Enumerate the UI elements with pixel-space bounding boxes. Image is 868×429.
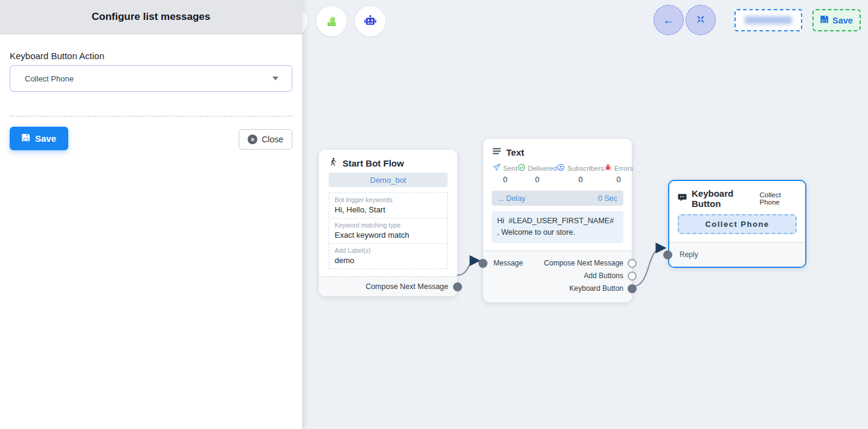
arrow-left-icon: ← xyxy=(663,14,675,26)
panel-actions: Save × Close xyxy=(10,127,292,150)
text-node-footer: Message Compose Next Message Add Buttons… xyxy=(483,250,632,302)
output-port-compose-next-message-2[interactable] xyxy=(628,259,637,268)
delay-bar[interactable]: ... Delay 0 Sec xyxy=(492,191,623,206)
field-trigger-keywords: Bot trigger keywords Hi, Hello, Start xyxy=(329,193,447,218)
field-add-labels: Add Label(s) demo xyxy=(329,243,447,269)
bot-tool-button[interactable] xyxy=(355,5,386,37)
output-row-compose-next-message: Compose Next Message xyxy=(483,257,632,270)
save-icon-sidebar xyxy=(22,133,30,144)
stat-errors: Errors 0 xyxy=(604,164,633,184)
keyboard-node-header: Keyboard Button Collect Phone xyxy=(669,181,805,209)
redacted-button[interactable] xyxy=(735,9,802,31)
text-node-stats: Sent 0 Delivered 0 xyxy=(483,164,632,184)
bot-name-pill[interactable]: Demo_bot xyxy=(329,173,448,187)
close-button[interactable]: × Close xyxy=(239,129,292,150)
send-icon xyxy=(493,164,501,173)
config-panel-header: Configure list messages xyxy=(0,0,302,34)
field-matching-type: Keyword matching type Exact keyword matc… xyxy=(329,218,447,243)
stack-icon xyxy=(325,14,338,29)
wire-start-to-text xyxy=(457,261,477,275)
message-text[interactable]: Hi #LEAD_USER_FIRST_NAME# , Welcome to o… xyxy=(492,211,623,243)
config-panel: Configure list messages Keyboard Button … xyxy=(0,0,302,429)
panel-title: Configure list messages xyxy=(92,11,211,23)
keyboard-node-action-badge: Collect Phone xyxy=(760,191,797,206)
stack-tool-button[interactable] xyxy=(316,5,347,37)
bars-icon xyxy=(493,147,501,157)
node-text[interactable]: Text Sent 0 xyxy=(483,139,632,302)
node-keyboard-button[interactable]: Keyboard Button Collect Phone Collect Ph… xyxy=(668,180,806,268)
text-node-header: Text xyxy=(483,139,632,157)
fit-view-button[interactable] xyxy=(686,5,716,35)
output-row-keyboard-button: Keyboard Button xyxy=(483,282,632,295)
wire-text-to-keyboard xyxy=(632,248,663,287)
redacted-label xyxy=(745,16,792,24)
output-port-compose-next-message[interactable] xyxy=(453,282,462,291)
keyboard-action-value: Collect Phone xyxy=(25,74,74,83)
save-button-label: Save xyxy=(35,133,56,144)
start-node-header: Start Bot Flow xyxy=(319,150,457,169)
output-port-keyboard-button[interactable] xyxy=(628,284,637,293)
config-panel-body: Keyboard Button Action Collect Phone xyxy=(0,51,302,150)
input-port-reply[interactable] xyxy=(663,250,672,259)
stat-subscribers: Subscribers 0 xyxy=(557,164,604,184)
start-node-footer: Compose Next Message xyxy=(319,276,457,296)
panel-divider xyxy=(10,116,292,116)
flow-save-label: Save xyxy=(832,16,853,25)
bug-icon xyxy=(604,164,612,173)
delay-label: ... Delay xyxy=(498,194,526,203)
output-port-add-buttons[interactable] xyxy=(628,272,637,281)
walking-person-icon xyxy=(329,157,338,169)
person-circle-icon xyxy=(557,164,565,173)
collect-phone-button[interactable]: Collect Phone xyxy=(678,214,797,234)
start-node-title: Start Bot Flow xyxy=(342,158,404,168)
keyboard-node-title: Keyboard Button xyxy=(692,188,755,209)
close-button-label: Close xyxy=(262,135,283,144)
reply-label: Reply xyxy=(680,250,698,259)
app-root: ← xyxy=(0,0,868,429)
output-row-add-buttons: Add Buttons xyxy=(483,270,632,282)
node-start-bot-flow[interactable]: Start Bot Flow Demo_bot Bot trigger keyw… xyxy=(319,150,457,296)
stat-delivered: Delivered 0 xyxy=(518,164,558,184)
start-node-fields: Bot trigger keywords Hi, Hello, Start Ke… xyxy=(329,192,448,269)
save-button[interactable]: Save xyxy=(10,127,68,150)
keyboard-action-label: Keyboard Button Action xyxy=(10,51,292,61)
output-label-compose-next-message: Compose Next Message xyxy=(365,282,448,291)
speech-bubble-icon xyxy=(678,193,687,205)
text-node-title: Text xyxy=(506,147,524,157)
keyboard-node-footer: Reply xyxy=(669,242,805,267)
close-icon: × xyxy=(248,135,257,144)
robot-icon xyxy=(363,13,378,30)
save-icon xyxy=(820,15,829,25)
compress-icon xyxy=(696,14,706,26)
flow-save-button[interactable]: Save xyxy=(812,9,861,31)
keyboard-action-select[interactable]: Collect Phone xyxy=(10,65,292,92)
stat-sent: Sent 0 xyxy=(493,164,518,184)
back-button[interactable]: ← xyxy=(654,5,684,35)
chevron-down-icon xyxy=(272,77,278,80)
delay-value: 0 Sec xyxy=(598,194,617,203)
check-circle-icon xyxy=(518,164,526,173)
